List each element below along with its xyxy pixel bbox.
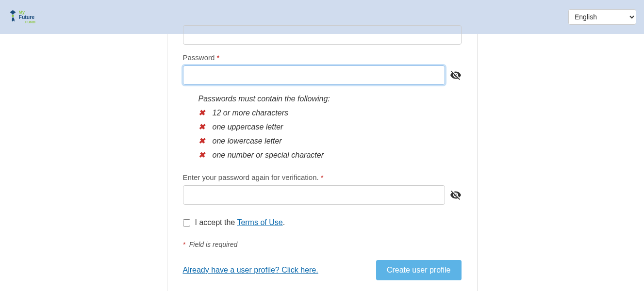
x-icon: ✖ [198, 108, 205, 117]
requirement-text: 12 or more characters [213, 109, 289, 117]
requirement-text: one number or special character [213, 151, 324, 160]
footer-row: Already have a user profile? Click here.… [183, 260, 462, 280]
form-card: Password * Passwords must contain the fo… [167, 34, 478, 291]
create-profile-button[interactable]: Create user profile [376, 260, 462, 280]
svg-text:Future: Future [19, 14, 35, 20]
required-asterisk: * [321, 173, 324, 181]
x-icon: ✖ [198, 136, 205, 146]
previous-field-partial[interactable] [183, 25, 462, 45]
requirement-item: ✖ one lowercase letter [198, 136, 462, 146]
terms-link[interactable]: Terms of Use [237, 218, 282, 226]
required-asterisk: * [217, 53, 220, 62]
requirement-item: ✖ one number or special character [198, 150, 462, 160]
confirm-password-input[interactable] [183, 185, 445, 205]
terms-checkbox[interactable] [183, 219, 190, 226]
visibility-off-icon[interactable] [450, 189, 462, 201]
x-icon: ✖ [198, 122, 205, 131]
terms-row: I accept the Terms of Use. [183, 218, 462, 227]
svg-text:FUND: FUND [25, 20, 35, 24]
x-icon: ✖ [198, 150, 205, 160]
svg-point-1 [12, 15, 14, 17]
password-label: Password * [183, 53, 462, 62]
existing-profile-link[interactable]: Already have a user profile? Click here. [183, 266, 318, 275]
requirement-item: ✖ 12 or more characters [198, 108, 462, 117]
requirement-text: one uppercase letter [213, 123, 283, 131]
language-select[interactable]: English [568, 9, 636, 25]
confirm-password-label: Enter your password again for verificati… [183, 173, 462, 181]
main-container: Password * Passwords must contain the fo… [0, 34, 644, 291]
password-requirements-title: Passwords must contain the following: [198, 95, 462, 103]
logo: My Future FUND [8, 7, 51, 27]
requirement-item: ✖ one uppercase letter [198, 122, 462, 131]
confirm-password-field-group: Enter your password again for verificati… [183, 173, 462, 205]
visibility-off-icon[interactable] [450, 69, 462, 81]
required-note: * Field is required [183, 241, 462, 248]
password-field-group: Password * [183, 53, 462, 85]
requirement-text: one lowercase letter [213, 137, 282, 146]
password-input[interactable] [183, 65, 445, 85]
terms-text: I accept the Terms of Use. [195, 218, 285, 227]
password-requirements: Passwords must contain the following: ✖ … [198, 95, 462, 160]
